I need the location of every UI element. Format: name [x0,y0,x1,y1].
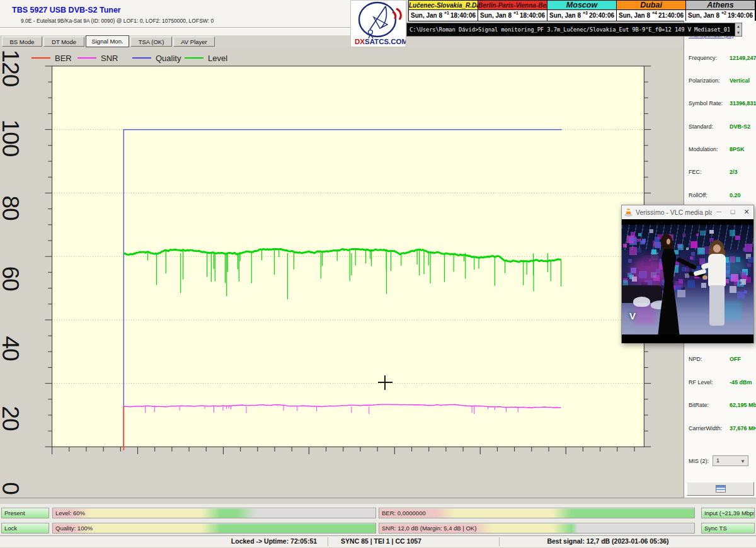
mosaic-tile [690,241,697,248]
tp-value-npd: OFF [730,356,741,362]
mosaic-tile [629,247,638,255]
vlc-titlebar[interactable]: Verissimo - VLC media player — □ ✕ [622,205,753,219]
tab-signal-mon[interactable]: Signal Mon. [86,35,129,47]
clock-city-label: Dubai [617,1,685,10]
mosaic-tile [746,277,752,283]
tab-dt-mode[interactable]: DT Mode [43,37,84,47]
tp-value-carrierwidth: 37,676 MHz [730,425,756,431]
mosaic-tile [685,268,689,271]
mosaic-tile [709,230,714,234]
clock-time: 19:40:06 [728,12,753,19]
tab-bs-mode[interactable]: BS Mode [2,37,42,47]
plot-area[interactable] [0,47,684,504]
legend-item-snr: SNR [77,53,118,63]
svg-text:DXSATCS.COM: DXSATCS.COM [355,38,406,45]
tuner-subtitle: 9.0E - Eutelsat 9B/Ka-Sat 9A (ID: 0090) … [21,18,214,24]
host-right-face [713,244,721,253]
tp-label-rolloff: RollOff: [689,192,707,198]
tp-label-bitrate: BitRate: [689,402,709,408]
meter-snr: SNR: 12,0 dB (Margin: 5,4 dB | OK) [379,523,695,534]
legend-line-swatch [77,57,96,59]
mosaic-tile [686,248,689,250]
tv-studio-scene: V [622,225,753,334]
app-window: TBS 5927 USB DVB-S2 Tuner 9.0E - Eutelsa… [0,0,756,548]
window-list-icon [716,485,726,493]
clock-utc-offset: +3 [583,11,588,15]
tp-value-fec: 2/3 [730,169,738,175]
mosaic-tile [623,280,628,285]
terminal-scrollbar[interactable]: ▲ ▼ [735,23,742,36]
chevron-down-icon: ▼ [740,457,745,466]
tp-label-modulation: Modulation: [689,146,718,152]
vlc-cone-icon [624,208,633,217]
command-prompt-text: C:\Users\Roman Dávid>Signal monitoring_P… [410,23,730,36]
tp-label-fec: FEC: [689,169,702,175]
signal-meters: PresentLockLevel: 60%Quality: 100%BER: 0… [0,504,756,535]
meter-present: Present [1,508,49,518]
uptime-status: Locked -> Uptime: 72:05:51 [231,537,317,545]
meter-sync: Sync TS [701,523,755,534]
meter-lock: Lock [1,523,49,534]
legend-label: Level [208,54,227,63]
clock-time-row: Sun, Jan 8+118:40:06 [478,10,547,21]
studio-ceiling [622,225,753,250]
minimize-button[interactable]: — [712,205,726,219]
clock-time: 18:40:06 [450,12,476,19]
mosaic-tile [631,237,634,241]
tp-value-rolloff: 0.20 [730,192,741,198]
legend-item-ber: BER [32,53,72,63]
mis-dropdown[interactable]: 1 ▼ [713,455,748,466]
mosaic-tile [745,244,752,251]
status-divider [499,537,500,546]
mosaic-tile [691,252,695,256]
maximize-button[interactable]: □ [726,205,740,219]
legend-label: SNR [101,54,118,63]
command-prompt-window[interactable]: C:\Users\Roman Dávid>Signal monitoring_P… [406,23,742,37]
mosaic-tile [700,231,705,236]
tp-label-symbol-rate: Symbol Rate: [689,100,723,106]
sync-status: SYNC 85 | TEI 1 | CC 1057 [341,537,421,545]
clock-date: Sun, Jan 8 [549,12,581,19]
logo-text-dx: DX [355,38,365,45]
vlc-window-title: Verissimo - VLC media player [636,208,712,216]
tp-label-standard: Standard: [689,123,713,130]
meter-input: Input (~21,39 Mbps) [701,508,755,518]
tab-av-player[interactable]: AV Player [173,37,215,47]
panel-toolbar-button[interactable] [687,482,754,496]
clock-utc-offset: +1 [444,11,449,15]
clock-lu-enec-slovakia-r-d-vid: Lučenec-Slovakia_R.DávidSun, Jan 8+118:4… [409,1,478,21]
dxsatcs-logo: DXSATCS.COM [350,0,406,47]
channel-logo: V [629,311,636,321]
legend-line-swatch [32,57,50,59]
mosaic-tile [679,279,683,283]
vlc-video[interactable]: V [622,219,753,343]
world-clocks: Lučenec-Slovakia_R.DávidSun, Jan 8+118:4… [408,0,756,21]
signal-chart[interactable]: BERSNRQualityLevel 120100806040200 [0,47,684,498]
tp-value-polarization: Vertical [730,77,750,84]
mosaic-tile [690,256,693,260]
tab-tsa-ok[interactable]: TSA (OK) [130,37,172,47]
scroll-down-icon[interactable]: ▼ [736,31,740,35]
legend-line-swatch [185,57,203,59]
mosaic-tile [687,280,696,288]
mosaic-tile [628,259,632,263]
best-signal-status: Best signal: 12,7 dB (2023-01-06 05:36) [547,537,668,545]
mosaic-tile [735,236,740,241]
mosaic-tile [648,246,651,249]
mosaic-tile [696,234,699,236]
clock-dubai: DubaiSun, Jan 8+421:40:06 [617,1,686,21]
close-button[interactable]: ✕ [740,205,753,219]
host-right-blouse [708,254,726,287]
legend-label: Quality [156,54,181,63]
clock-utc-offset: +4 [652,11,657,15]
mosaic-tile [737,292,745,299]
mosaic-tile [645,249,651,255]
clock-city-label: Berlin-Paris-Vienna-Belgrade [478,1,547,10]
mis-label: MIS (2): [689,458,709,464]
tp-value-rf-level: -45 dBm [730,379,752,385]
mosaic-tile [682,234,685,237]
tp-label-frequency: Frequency: [689,55,717,61]
clock-time-row: Sun, Jan 8+118:40:06 [409,10,478,21]
scroll-up-icon[interactable]: ▲ [736,25,740,28]
vlc-window[interactable]: Verissimo - VLC media player — □ ✕ [621,205,754,343]
